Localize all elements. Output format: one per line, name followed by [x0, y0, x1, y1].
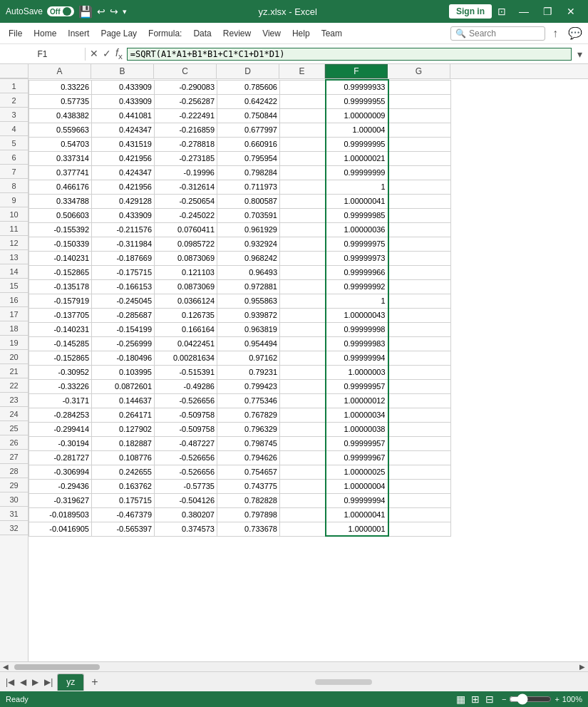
cell-c21[interactable]: -0.515391 [155, 365, 217, 379]
cell-b21[interactable]: 0.103995 [92, 365, 155, 379]
row-num-21[interactable]: 21 [0, 364, 28, 378]
row-num-7[interactable]: 7 [0, 165, 28, 179]
cell-c19[interactable]: 0.0422451 [155, 336, 217, 351]
cell-g18[interactable] [388, 322, 451, 336]
cell-f18[interactable]: 0.99999998 [326, 322, 388, 336]
cell-b32[interactable]: -0.565397 [92, 522, 155, 536]
cell-c18[interactable]: 0.166164 [155, 322, 217, 336]
cell-e21[interactable] [280, 365, 326, 379]
cell-b5[interactable]: 0.431519 [92, 137, 155, 151]
cell-b20[interactable]: -0.180496 [92, 351, 155, 365]
cell-d27[interactable]: 0.794626 [217, 450, 280, 465]
cell-d20[interactable]: 0.97162 [217, 351, 280, 365]
cell-c10[interactable]: -0.245022 [155, 208, 217, 222]
row-num-6[interactable]: 6 [0, 150, 28, 165]
cell-e30[interactable] [280, 493, 326, 507]
cell-c7[interactable]: -0.19996 [155, 165, 217, 180]
row-num-32[interactable]: 32 [0, 521, 28, 535]
autosave-toggle[interactable]: Off [47, 6, 73, 16]
cell-a14[interactable]: -0.152865 [29, 265, 92, 279]
cell-c24[interactable]: -0.509758 [155, 408, 217, 422]
cell-f5[interactable]: 0.99999995 [326, 137, 388, 151]
cell-d19[interactable]: 0.954494 [217, 336, 280, 351]
cell-a26[interactable]: -0.30194 [29, 436, 92, 450]
cell-d3[interactable]: 0.750844 [217, 108, 280, 123]
sheet-scroll-first[interactable]: |◀ [3, 676, 17, 688]
cell-e20[interactable] [280, 351, 326, 365]
cell-g10[interactable] [388, 208, 451, 222]
cell-g24[interactable] [388, 408, 451, 422]
cell-b15[interactable]: -0.166153 [92, 279, 155, 294]
close-button[interactable]: ✕ [559, 4, 582, 19]
cell-g25[interactable] [388, 422, 451, 436]
cell-b30[interactable]: 0.175715 [92, 493, 155, 507]
grid-scroll[interactable]: 0.332260.433909-0.2900830.7856060.999999… [29, 79, 588, 661]
cell-c9[interactable]: -0.250654 [155, 194, 217, 208]
row-num-22[interactable]: 22 [0, 378, 28, 393]
cell-c28[interactable]: -0.526656 [155, 465, 217, 479]
cell-b24[interactable]: 0.264171 [92, 408, 155, 422]
zoom-slider[interactable] [509, 693, 552, 705]
menu-help[interactable]: Help [287, 26, 316, 41]
cell-g5[interactable] [388, 137, 451, 151]
cell-b18[interactable]: -0.154199 [92, 322, 155, 336]
cell-e13[interactable] [280, 251, 326, 265]
sheet-scroll-prev[interactable]: ◀ [17, 676, 29, 688]
row-num-20[interactable]: 20 [0, 350, 28, 364]
cell-f1[interactable]: 0.99999933 [326, 80, 388, 94]
cell-d16[interactable]: 0.955863 [217, 294, 280, 308]
cell-c16[interactable]: 0.0366124 [155, 294, 217, 308]
row-num-19[interactable]: 19 [0, 336, 28, 350]
cell-e3[interactable] [280, 108, 326, 123]
row-num-25[interactable]: 25 [0, 421, 28, 435]
row-num-14[interactable]: 14 [0, 264, 28, 279]
col-header-b[interactable]: B [91, 64, 154, 78]
name-box[interactable] [0, 48, 86, 61]
cell-d25[interactable]: 0.796329 [217, 422, 280, 436]
cell-f24[interactable]: 1.00000034 [326, 408, 388, 422]
cell-d18[interactable]: 0.963819 [217, 322, 280, 336]
cell-d7[interactable]: 0.798284 [217, 165, 280, 180]
cell-e10[interactable] [280, 208, 326, 222]
row-num-13[interactable]: 13 [0, 250, 28, 264]
row-num-3[interactable]: 3 [0, 108, 28, 122]
cell-a12[interactable]: -0.150339 [29, 237, 92, 251]
cell-e2[interactable] [280, 94, 326, 108]
cell-d26[interactable]: 0.798745 [217, 436, 280, 450]
cell-d8[interactable]: 0.711973 [217, 180, 280, 194]
cell-a32[interactable]: -0.0416905 [29, 522, 92, 536]
cell-d14[interactable]: 0.96493 [217, 265, 280, 279]
cell-e15[interactable] [280, 279, 326, 294]
cell-c25[interactable]: -0.509758 [155, 422, 217, 436]
cell-a23[interactable]: -0.3171 [29, 393, 92, 408]
cell-g9[interactable] [388, 194, 451, 208]
cell-a15[interactable]: -0.135178 [29, 279, 92, 294]
cell-c17[interactable]: 0.126735 [155, 308, 217, 322]
cell-g22[interactable] [388, 379, 451, 393]
cell-f3[interactable]: 1.00000009 [326, 108, 388, 123]
cell-f32[interactable]: 1.0000001 [326, 522, 388, 536]
sheet-tab-yz[interactable]: yz [57, 674, 84, 691]
cell-a13[interactable]: -0.140231 [29, 251, 92, 265]
cell-a3[interactable]: 0.438382 [29, 108, 92, 123]
cell-e16[interactable] [280, 294, 326, 308]
cell-d23[interactable]: 0.775346 [217, 393, 280, 408]
menu-view[interactable]: View [257, 26, 287, 41]
hscroll-left-btn[interactable]: ◀ [0, 663, 11, 671]
cell-e12[interactable] [280, 237, 326, 251]
cell-e23[interactable] [280, 393, 326, 408]
cell-g6[interactable] [388, 151, 451, 165]
cell-b28[interactable]: 0.242655 [92, 465, 155, 479]
cell-a24[interactable]: -0.284253 [29, 408, 92, 422]
hscroll-thumb[interactable] [14, 664, 100, 670]
cell-g17[interactable] [388, 308, 451, 322]
cell-b1[interactable]: 0.433909 [92, 80, 155, 94]
cell-g23[interactable] [388, 393, 451, 408]
cell-a22[interactable]: -0.33226 [29, 379, 92, 393]
cell-c23[interactable]: -0.526656 [155, 393, 217, 408]
cell-g14[interactable] [388, 265, 451, 279]
cell-e32[interactable] [280, 522, 326, 536]
cell-g8[interactable] [388, 180, 451, 194]
cell-f26[interactable]: 0.99999957 [326, 436, 388, 450]
cell-g11[interactable] [388, 222, 451, 237]
